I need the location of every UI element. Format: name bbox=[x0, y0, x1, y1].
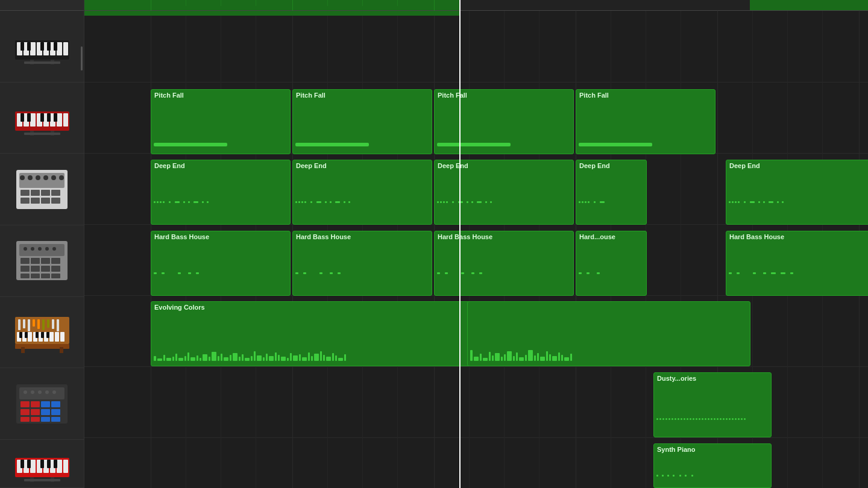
svg-rect-53 bbox=[31, 258, 40, 264]
svg-rect-15 bbox=[47, 42, 51, 51]
timeline: Pitch Fall Pitch Fall Pitch Fall Pitch F… bbox=[84, 0, 868, 488]
clip-title: Pitch Fall bbox=[576, 90, 715, 101]
sidebar-top-bar bbox=[0, 0, 84, 11]
svg-rect-12 bbox=[20, 42, 24, 51]
svg-rect-39 bbox=[51, 190, 60, 196]
clip-hard-bass-3[interactable]: Hard Bass House bbox=[434, 231, 574, 296]
svg-rect-104 bbox=[41, 409, 50, 415]
clip-title: Deep End bbox=[576, 160, 646, 171]
svg-rect-35 bbox=[19, 173, 64, 188]
instrument-item-1[interactable] bbox=[0, 11, 84, 83]
clip-title: Pitch Fall bbox=[435, 90, 573, 101]
svg-point-112 bbox=[38, 390, 42, 394]
clip-deep-end-3[interactable]: Deep End bbox=[434, 160, 574, 225]
pattern-dots bbox=[579, 272, 600, 274]
clip-pitch-fall-4[interactable]: Pitch Fall bbox=[576, 89, 715, 154]
svg-rect-105 bbox=[51, 409, 60, 415]
wavy-content-right bbox=[470, 337, 747, 361]
clip-synth-piano[interactable]: Synth Piano bbox=[653, 443, 772, 488]
instrument-item-5[interactable] bbox=[0, 297, 84, 369]
svg-rect-11 bbox=[63, 42, 68, 55]
svg-point-114 bbox=[52, 390, 56, 394]
instrument-item-4[interactable] bbox=[0, 225, 84, 297]
svg-point-113 bbox=[45, 390, 49, 394]
pattern-dots bbox=[729, 272, 793, 274]
clip-deep-end-2[interactable]: Deep End bbox=[292, 160, 432, 225]
svg-rect-81 bbox=[60, 332, 64, 342]
clip-deep-end-1[interactable]: Deep End bbox=[151, 160, 291, 225]
instrument-img-1 bbox=[12, 22, 72, 70]
svg-rect-101 bbox=[51, 401, 60, 407]
clip-content-hb-5 bbox=[729, 269, 868, 277]
svg-rect-37 bbox=[31, 190, 40, 196]
clip-title: Deep End bbox=[726, 160, 868, 171]
clip-evolving-colors-right[interactable]: Evolving Colors bbox=[467, 301, 750, 366]
svg-rect-31 bbox=[40, 113, 44, 122]
svg-rect-72 bbox=[60, 347, 63, 353]
svg-point-65 bbox=[31, 247, 34, 251]
svg-rect-100 bbox=[41, 401, 50, 407]
svg-rect-38 bbox=[41, 190, 50, 196]
clip-title: Pitch Fall bbox=[151, 90, 290, 101]
instrument-img-3 bbox=[12, 165, 72, 213]
clip-title: Pitch Fall bbox=[293, 90, 432, 101]
svg-rect-14 bbox=[40, 42, 44, 51]
svg-rect-43 bbox=[51, 198, 60, 204]
instrument-item-2[interactable] bbox=[0, 83, 84, 154]
clip-pitch-fall-2[interactable]: Pitch Fall bbox=[292, 89, 432, 154]
svg-point-111 bbox=[31, 390, 34, 394]
clip-content bbox=[437, 139, 571, 151]
clip-content-deep-3 bbox=[437, 198, 571, 206]
clip-content-hb-2 bbox=[295, 269, 429, 277]
clip-hard-bass-4[interactable]: Hard...ouse bbox=[576, 231, 647, 296]
svg-rect-19 bbox=[24, 133, 60, 135]
svg-rect-80 bbox=[55, 332, 59, 342]
instrument-item-7[interactable] bbox=[0, 440, 84, 488]
svg-rect-130 bbox=[47, 460, 51, 468]
svg-rect-98 bbox=[20, 401, 30, 407]
clip-title: Hard...ouse bbox=[576, 231, 646, 242]
svg-rect-2 bbox=[24, 61, 60, 64]
svg-rect-6 bbox=[30, 42, 36, 55]
pattern-dots bbox=[295, 201, 350, 203]
svg-point-49 bbox=[59, 175, 64, 180]
pattern-dots bbox=[579, 201, 605, 203]
clip-hard-bass-2[interactable]: Hard Bass House bbox=[292, 231, 432, 296]
svg-rect-126 bbox=[63, 460, 68, 473]
instrument-img-2 bbox=[12, 93, 72, 142]
clip-hard-bass-1[interactable]: Hard Bass House bbox=[151, 231, 291, 296]
svg-rect-121 bbox=[30, 460, 36, 473]
pattern-dots bbox=[154, 272, 199, 274]
clip-pitch-fall-1[interactable]: Pitch Fall bbox=[151, 89, 291, 154]
svg-rect-109 bbox=[51, 417, 60, 422]
clip-pitch-fall-3[interactable]: Pitch Fall bbox=[434, 89, 574, 154]
scroll-indicator bbox=[81, 46, 83, 70]
clip-title: Hard Bass House bbox=[293, 231, 432, 242]
svg-rect-90 bbox=[33, 319, 35, 327]
clip-title: Dusty...ories bbox=[654, 373, 771, 384]
clip-title: Hard Bass House bbox=[435, 231, 573, 242]
svg-point-44 bbox=[20, 175, 25, 180]
svg-rect-127 bbox=[20, 460, 24, 468]
clip-hard-bass-5[interactable]: Hard Bass House bbox=[726, 231, 868, 296]
instrument-item-6[interactable] bbox=[0, 368, 84, 440]
clip-deep-end-5[interactable]: Deep End bbox=[726, 160, 868, 225]
svg-point-68 bbox=[52, 247, 56, 251]
svg-rect-56 bbox=[20, 266, 30, 272]
clip-title: Evolving Colors bbox=[468, 302, 750, 313]
svg-rect-32 bbox=[47, 113, 51, 122]
clip-dusty[interactable]: Dusty...ories bbox=[653, 372, 772, 437]
instrument-item-3[interactable] bbox=[0, 154, 84, 225]
clip-title: Synth Piano bbox=[654, 444, 771, 455]
svg-point-45 bbox=[28, 175, 33, 180]
svg-rect-93 bbox=[47, 319, 49, 328]
clip-deep-end-4[interactable]: Deep End bbox=[576, 160, 647, 225]
clip-content-deep-2 bbox=[295, 198, 429, 206]
svg-rect-102 bbox=[20, 409, 30, 415]
svg-rect-125 bbox=[57, 460, 62, 473]
svg-rect-61 bbox=[31, 274, 40, 278]
svg-rect-59 bbox=[51, 266, 60, 272]
pattern-dots bbox=[656, 475, 693, 477]
svg-rect-54 bbox=[41, 258, 50, 264]
svg-rect-91 bbox=[37, 319, 40, 329]
